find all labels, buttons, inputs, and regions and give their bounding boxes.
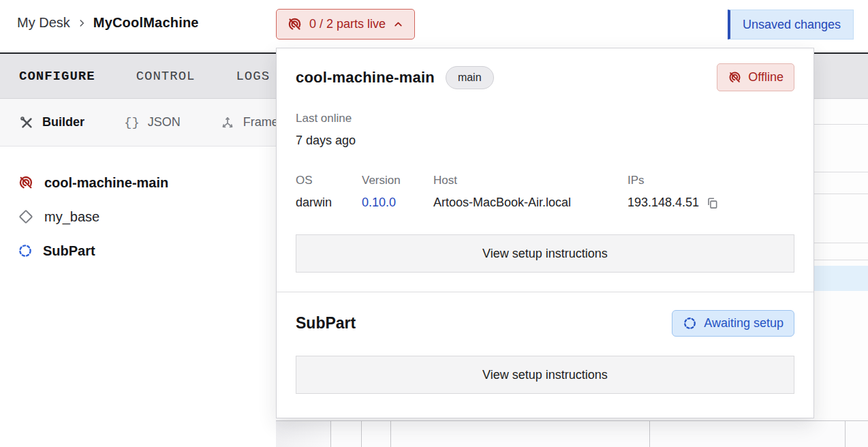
axes-icon	[220, 115, 235, 130]
mode-frame[interactable]: Frame	[220, 115, 279, 130]
unsaved-changes-badge: Unsaved changes	[728, 10, 854, 40]
version-value-link[interactable]: 0.10.0	[362, 196, 433, 210]
unsaved-changes-label: Unsaved changes	[743, 18, 841, 32]
main-part-name: cool-machine-main	[296, 69, 435, 87]
mode-json-label: JSON	[148, 115, 181, 129]
awaiting-setup-label: Awaiting setup	[704, 316, 784, 330]
breadcrumb-current: MyCoolMachine	[93, 15, 199, 31]
parts-live-status-badge[interactable]: 0 / 2 parts live	[276, 9, 415, 40]
version-label: Version	[362, 174, 433, 187]
braces-icon: {}	[124, 115, 140, 130]
chevron-up-icon	[392, 18, 404, 30]
mode-json[interactable]: {} JSON	[124, 115, 181, 130]
awaiting-setup-badge[interactable]: Awaiting setup	[672, 310, 794, 337]
mode-builder-label: Builder	[42, 115, 84, 129]
part-info-table: OS darwin Version 0.10.0 Host Artoos-Mac…	[296, 174, 794, 210]
os-value: darwin	[296, 196, 362, 210]
background-table-fragment	[276, 418, 868, 447]
top-header: My Desk MyCoolMachine 0 / 2 parts live U…	[0, 0, 868, 52]
parts-status-dropdown: cool-machine-main main Offline Last onli…	[276, 48, 814, 418]
mode-frame-label: Frame	[243, 115, 279, 129]
main-part-setup-instructions-button[interactable]: View setup instructions	[296, 234, 794, 273]
offline-status-badge: Offline	[717, 63, 794, 91]
list-item-label: cool-machine-main	[44, 175, 168, 191]
offline-wifi-icon	[728, 70, 742, 84]
breadcrumb: My Desk MyCoolMachine	[17, 15, 199, 31]
dashed-circle-icon	[18, 243, 33, 258]
machine-parts-list: cool-machine-main my_base SubPart	[0, 147, 275, 268]
host-value: Artoos-MacBook-Air.local	[433, 196, 627, 210]
list-item-label: SubPart	[43, 243, 95, 259]
tools-icon	[19, 115, 34, 130]
tab-control[interactable]: CONTROL	[136, 69, 196, 84]
tab-logs[interactable]: LOGS	[236, 69, 270, 84]
offline-wifi-icon	[287, 16, 303, 32]
parts-live-label: 0 / 2 parts live	[309, 17, 386, 31]
list-item-main-part[interactable]: cool-machine-main	[0, 166, 275, 200]
highlighted-row-fragment	[814, 266, 868, 291]
dashed-circle-icon	[683, 316, 697, 330]
last-online-value: 7 days ago	[296, 134, 794, 148]
offline-wifi-icon	[18, 174, 34, 191]
mode-builder[interactable]: Builder	[19, 115, 84, 130]
list-item-subpart[interactable]: SubPart	[0, 234, 275, 268]
main-tag-pill: main	[446, 66, 494, 89]
offline-status-label: Offline	[748, 70, 784, 84]
ips-value: 193.148.4.51	[627, 196, 699, 210]
diamond-icon	[18, 209, 34, 225]
sub-part-name: SubPart	[296, 314, 356, 333]
chevron-right-icon	[77, 18, 87, 28]
list-item-label: my_base	[44, 209, 99, 225]
tab-configure[interactable]: CONFIGURE	[19, 69, 95, 84]
host-label: Host	[433, 174, 627, 187]
ips-label: IPs	[627, 174, 719, 187]
last-online-label: Last online	[296, 112, 794, 125]
breadcrumb-parent[interactable]: My Desk	[17, 15, 70, 31]
main-part-section: cool-machine-main main Offline Last onli…	[277, 48, 813, 292]
sub-part-section: SubPart Awaiting setup View setup instru…	[277, 292, 813, 418]
sub-part-setup-instructions-button[interactable]: View setup instructions	[296, 356, 794, 394]
list-item-my-base[interactable]: my_base	[0, 200, 275, 234]
background-config-rows	[814, 99, 868, 447]
copy-icon[interactable]	[705, 196, 719, 210]
os-label: OS	[296, 174, 362, 187]
